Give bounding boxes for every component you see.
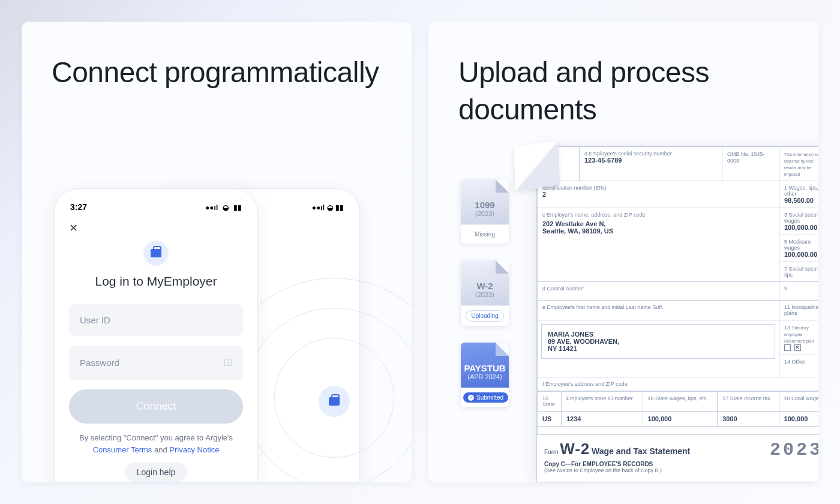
wifi-icon: ◒ xyxy=(223,203,229,212)
doc-name: 1099 xyxy=(461,200,509,210)
w2-year: 2023 xyxy=(770,440,818,460)
dog-ear-icon xyxy=(496,260,509,274)
connect-heading: Connect programmatically xyxy=(52,54,382,91)
doc-year: (2023) xyxy=(461,210,509,217)
phone-mockups: 3:27 ●●ıl ◒ ▮▮ ✕ Log in to MyEmployer Us… xyxy=(54,188,360,482)
phone-front: 3:27 ●●ıl ◒ ▮▮ ✕ Log in to MyEmployer Us… xyxy=(54,188,258,482)
eye-off-icon[interactable]: 👁̸ xyxy=(224,356,232,369)
privacy-notice-link[interactable]: Privacy Notice xyxy=(169,445,219,454)
connect-card: Connect programmatically 3:27 ●●ıl ◒ ▮▮ … xyxy=(22,22,412,482)
doc-year: (APR 2024) xyxy=(461,373,509,380)
checkbox-checked-icon xyxy=(794,344,801,351)
status-uploading: Uploading xyxy=(466,310,503,322)
login-title: Log in to MyEmployer xyxy=(62,274,250,289)
consumer-terms-link[interactable]: Consumer Terms xyxy=(93,445,152,454)
upload-card: Upload and process documents 1099 (2023)… xyxy=(428,22,818,482)
doc-tile-1099[interactable]: 1099 (2023) Missing xyxy=(461,179,509,244)
login-help-button[interactable]: Login help xyxy=(125,463,188,482)
close-icon[interactable]: ✕ xyxy=(62,218,250,237)
doc-name: W-2 xyxy=(461,281,509,291)
status-icons: ●●ıl ◒ ▮▮ xyxy=(203,202,242,212)
checkbox-icon xyxy=(784,344,791,351)
briefcase-icon xyxy=(151,249,161,257)
dog-ear-icon xyxy=(496,179,509,193)
documents-area: 1099 (2023) Missing W-2 (2023) Uploading… xyxy=(461,158,818,482)
phone-statusbar: 3:27 ●●ıl ◒ ▮▮ xyxy=(62,200,250,218)
dog-ear-icon xyxy=(496,343,509,356)
doc-year: (2023) xyxy=(461,291,509,298)
doc-tile-w2[interactable]: W-2 (2023) Uploading xyxy=(461,260,509,326)
doc-tile-stack: 1099 (2023) Missing W-2 (2023) Uploading… xyxy=(461,158,509,407)
password-field[interactable]: Password 👁̸ xyxy=(69,346,243,380)
employer-logo xyxy=(143,241,169,266)
connect-button[interactable]: Connect xyxy=(69,389,243,424)
w2-footer: 2023 Form W-2 Wage and Tax Statement Cop… xyxy=(537,435,818,482)
w2-document: 22 a Employee's social security number12… xyxy=(536,146,818,482)
userid-field[interactable]: User ID xyxy=(69,304,243,336)
page-curl-icon xyxy=(514,140,560,191)
battery-icon: ▮▮ xyxy=(233,203,242,212)
password-placeholder: Password xyxy=(80,358,119,368)
status-missing: Missing xyxy=(470,229,500,239)
briefcase-icon xyxy=(319,386,350,417)
signal-icon: ●●ıl xyxy=(205,203,218,212)
doc-name: PAYSTUB xyxy=(461,363,509,373)
check-icon: ✓ xyxy=(468,395,474,401)
userid-placeholder: User ID xyxy=(80,315,110,325)
doc-tile-paystub[interactable]: PAYSTUB (APR 2024) ✓Submitted xyxy=(461,343,509,407)
disclosure-text: By selecting "Connect" you agree to Argy… xyxy=(73,432,239,455)
upload-heading: Upload and process documents xyxy=(458,54,788,129)
status-submitted: ✓Submitted xyxy=(463,392,508,403)
phone-time: 3:27 xyxy=(70,202,87,212)
